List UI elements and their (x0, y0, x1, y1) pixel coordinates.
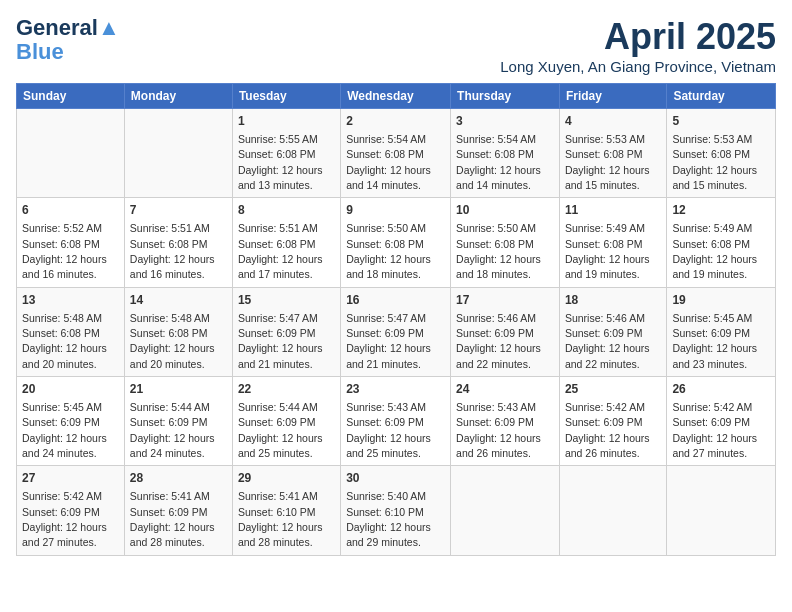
calendar-cell: 24Sunrise: 5:43 AM Sunset: 6:09 PM Dayli… (451, 377, 560, 466)
header-saturday: Saturday (667, 84, 776, 109)
day-info: Sunrise: 5:44 AM Sunset: 6:09 PM Dayligh… (238, 401, 323, 459)
calendar-cell: 8Sunrise: 5:51 AM Sunset: 6:08 PM Daylig… (232, 198, 340, 287)
logo-text-line2: Blue (16, 40, 64, 64)
day-number: 25 (565, 381, 661, 398)
day-info: Sunrise: 5:49 AM Sunset: 6:08 PM Dayligh… (565, 222, 650, 280)
calendar-week-3: 20Sunrise: 5:45 AM Sunset: 6:09 PM Dayli… (17, 377, 776, 466)
day-info: Sunrise: 5:42 AM Sunset: 6:09 PM Dayligh… (672, 401, 757, 459)
page-header: General▲ Blue April 2025 Long Xuyen, An … (16, 16, 776, 75)
day-number: 26 (672, 381, 770, 398)
day-number: 18 (565, 292, 661, 309)
day-number: 13 (22, 292, 119, 309)
day-number: 14 (130, 292, 227, 309)
calendar-cell (451, 466, 560, 555)
calendar-title: April 2025 (500, 16, 776, 58)
calendar-week-4: 27Sunrise: 5:42 AM Sunset: 6:09 PM Dayli… (17, 466, 776, 555)
day-info: Sunrise: 5:53 AM Sunset: 6:08 PM Dayligh… (672, 133, 757, 191)
day-info: Sunrise: 5:49 AM Sunset: 6:08 PM Dayligh… (672, 222, 757, 280)
day-info: Sunrise: 5:51 AM Sunset: 6:08 PM Dayligh… (238, 222, 323, 280)
calendar-cell: 1Sunrise: 5:55 AM Sunset: 6:08 PM Daylig… (232, 109, 340, 198)
day-number: 11 (565, 202, 661, 219)
day-info: Sunrise: 5:48 AM Sunset: 6:08 PM Dayligh… (22, 312, 107, 370)
day-info: Sunrise: 5:53 AM Sunset: 6:08 PM Dayligh… (565, 133, 650, 191)
day-number: 24 (456, 381, 554, 398)
day-info: Sunrise: 5:47 AM Sunset: 6:09 PM Dayligh… (238, 312, 323, 370)
day-info: Sunrise: 5:40 AM Sunset: 6:10 PM Dayligh… (346, 490, 431, 548)
day-number: 4 (565, 113, 661, 130)
day-info: Sunrise: 5:41 AM Sunset: 6:10 PM Dayligh… (238, 490, 323, 548)
day-number: 12 (672, 202, 770, 219)
calendar-week-1: 6Sunrise: 5:52 AM Sunset: 6:08 PM Daylig… (17, 198, 776, 287)
calendar-cell: 18Sunrise: 5:46 AM Sunset: 6:09 PM Dayli… (559, 287, 666, 376)
day-info: Sunrise: 5:43 AM Sunset: 6:09 PM Dayligh… (346, 401, 431, 459)
day-number: 8 (238, 202, 335, 219)
calendar-cell: 28Sunrise: 5:41 AM Sunset: 6:09 PM Dayli… (124, 466, 232, 555)
calendar-cell (17, 109, 125, 198)
day-number: 23 (346, 381, 445, 398)
day-number: 3 (456, 113, 554, 130)
day-number: 29 (238, 470, 335, 487)
calendar-cell: 11Sunrise: 5:49 AM Sunset: 6:08 PM Dayli… (559, 198, 666, 287)
calendar-week-0: 1Sunrise: 5:55 AM Sunset: 6:08 PM Daylig… (17, 109, 776, 198)
calendar-cell: 27Sunrise: 5:42 AM Sunset: 6:09 PM Dayli… (17, 466, 125, 555)
day-number: 16 (346, 292, 445, 309)
calendar-cell: 25Sunrise: 5:42 AM Sunset: 6:09 PM Dayli… (559, 377, 666, 466)
day-info: Sunrise: 5:50 AM Sunset: 6:08 PM Dayligh… (346, 222, 431, 280)
calendar-cell: 10Sunrise: 5:50 AM Sunset: 6:08 PM Dayli… (451, 198, 560, 287)
calendar-cell: 5Sunrise: 5:53 AM Sunset: 6:08 PM Daylig… (667, 109, 776, 198)
day-info: Sunrise: 5:44 AM Sunset: 6:09 PM Dayligh… (130, 401, 215, 459)
day-info: Sunrise: 5:51 AM Sunset: 6:08 PM Dayligh… (130, 222, 215, 280)
calendar-cell: 29Sunrise: 5:41 AM Sunset: 6:10 PM Dayli… (232, 466, 340, 555)
calendar-cell: 6Sunrise: 5:52 AM Sunset: 6:08 PM Daylig… (17, 198, 125, 287)
logo: General▲ Blue (16, 16, 120, 64)
day-info: Sunrise: 5:45 AM Sunset: 6:09 PM Dayligh… (22, 401, 107, 459)
logo-triangle-icon: ▲ (98, 15, 120, 40)
calendar-cell (559, 466, 666, 555)
day-number: 28 (130, 470, 227, 487)
day-info: Sunrise: 5:41 AM Sunset: 6:09 PM Dayligh… (130, 490, 215, 548)
calendar-cell: 4Sunrise: 5:53 AM Sunset: 6:08 PM Daylig… (559, 109, 666, 198)
calendar-cell (124, 109, 232, 198)
header-tuesday: Tuesday (232, 84, 340, 109)
calendar-cell: 7Sunrise: 5:51 AM Sunset: 6:08 PM Daylig… (124, 198, 232, 287)
calendar-cell: 15Sunrise: 5:47 AM Sunset: 6:09 PM Dayli… (232, 287, 340, 376)
day-info: Sunrise: 5:47 AM Sunset: 6:09 PM Dayligh… (346, 312, 431, 370)
header-friday: Friday (559, 84, 666, 109)
calendar-cell: 21Sunrise: 5:44 AM Sunset: 6:09 PM Dayli… (124, 377, 232, 466)
day-number: 1 (238, 113, 335, 130)
calendar-cell: 23Sunrise: 5:43 AM Sunset: 6:09 PM Dayli… (341, 377, 451, 466)
day-info: Sunrise: 5:42 AM Sunset: 6:09 PM Dayligh… (22, 490, 107, 548)
day-info: Sunrise: 5:46 AM Sunset: 6:09 PM Dayligh… (456, 312, 541, 370)
day-number: 27 (22, 470, 119, 487)
calendar-cell: 14Sunrise: 5:48 AM Sunset: 6:08 PM Dayli… (124, 287, 232, 376)
calendar-cell: 19Sunrise: 5:45 AM Sunset: 6:09 PM Dayli… (667, 287, 776, 376)
calendar-cell: 26Sunrise: 5:42 AM Sunset: 6:09 PM Dayli… (667, 377, 776, 466)
calendar-week-2: 13Sunrise: 5:48 AM Sunset: 6:08 PM Dayli… (17, 287, 776, 376)
day-info: Sunrise: 5:54 AM Sunset: 6:08 PM Dayligh… (346, 133, 431, 191)
header-monday: Monday (124, 84, 232, 109)
day-number: 10 (456, 202, 554, 219)
calendar-cell: 3Sunrise: 5:54 AM Sunset: 6:08 PM Daylig… (451, 109, 560, 198)
calendar-cell: 22Sunrise: 5:44 AM Sunset: 6:09 PM Dayli… (232, 377, 340, 466)
header-thursday: Thursday (451, 84, 560, 109)
day-number: 15 (238, 292, 335, 309)
day-number: 17 (456, 292, 554, 309)
calendar-cell (667, 466, 776, 555)
calendar-body: 1Sunrise: 5:55 AM Sunset: 6:08 PM Daylig… (17, 109, 776, 556)
calendar-cell: 12Sunrise: 5:49 AM Sunset: 6:08 PM Dayli… (667, 198, 776, 287)
day-number: 19 (672, 292, 770, 309)
day-info: Sunrise: 5:48 AM Sunset: 6:08 PM Dayligh… (130, 312, 215, 370)
calendar-cell: 16Sunrise: 5:47 AM Sunset: 6:09 PM Dayli… (341, 287, 451, 376)
calendar-cell: 2Sunrise: 5:54 AM Sunset: 6:08 PM Daylig… (341, 109, 451, 198)
day-info: Sunrise: 5:50 AM Sunset: 6:08 PM Dayligh… (456, 222, 541, 280)
calendar-cell: 30Sunrise: 5:40 AM Sunset: 6:10 PM Dayli… (341, 466, 451, 555)
day-number: 7 (130, 202, 227, 219)
day-info: Sunrise: 5:55 AM Sunset: 6:08 PM Dayligh… (238, 133, 323, 191)
calendar-table: SundayMondayTuesdayWednesdayThursdayFrid… (16, 83, 776, 556)
day-number: 5 (672, 113, 770, 130)
calendar-cell: 17Sunrise: 5:46 AM Sunset: 6:09 PM Dayli… (451, 287, 560, 376)
calendar-cell: 9Sunrise: 5:50 AM Sunset: 6:08 PM Daylig… (341, 198, 451, 287)
calendar-subtitle: Long Xuyen, An Giang Province, Vietnam (500, 58, 776, 75)
day-number: 6 (22, 202, 119, 219)
header-wednesday: Wednesday (341, 84, 451, 109)
